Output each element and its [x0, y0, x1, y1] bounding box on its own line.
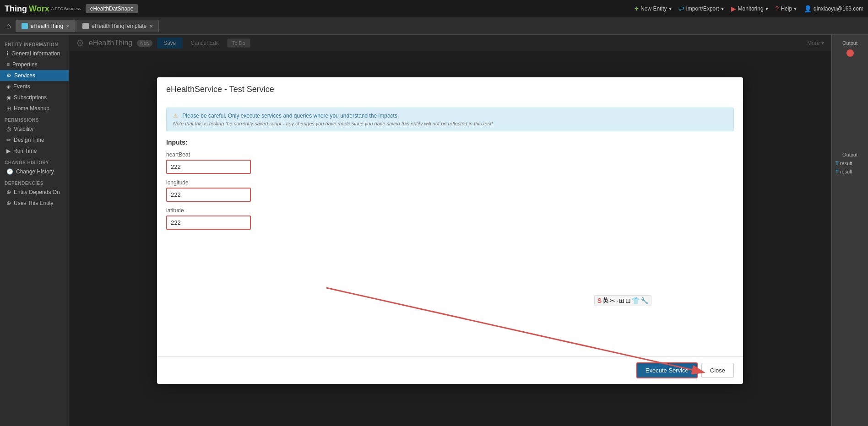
sidebar-item-uses-this-entity[interactable]: ⊕ Uses This Entity: [0, 198, 69, 209]
modal-footer: Execute Service Close: [157, 356, 743, 384]
sidebar-item-entity-depends-on[interactable]: ⊕ Entity Depends On: [0, 187, 69, 198]
modal-title: eHealthService - Test Service: [166, 85, 734, 94]
ime-scissors-icon: ✂: [610, 297, 615, 304]
help-action[interactable]: ? Help ▾: [776, 5, 797, 12]
import-export-icon: ⇄: [679, 5, 684, 12]
execute-service-button[interactable]: Execute Service: [636, 362, 698, 378]
warning-banner: ⚠ Please be careful. Only execute servic…: [166, 108, 734, 131]
home-mashup-icon: ⊞: [6, 105, 11, 112]
section-dependencies: Dependencies: [0, 177, 69, 187]
longitude-input[interactable]: [166, 188, 251, 202]
monitoring-action[interactable]: ▶ Monitoring ▾: [731, 5, 768, 12]
properties-icon: ≡: [6, 61, 10, 68]
test-service-modal: eHealthService - Test Service ⚠ Please b…: [157, 77, 743, 384]
sidebar-item-properties[interactable]: ≡ Properties: [0, 59, 69, 70]
sidebar-change-history-label: Change History: [16, 168, 54, 175]
warning-icon: ⚠: [173, 113, 178, 119]
import-export-label: Import/Export: [686, 5, 719, 12]
result-label-2: result: [840, 169, 852, 174]
ime-dot-icon: ·: [616, 297, 618, 304]
sidebar-item-home-mashup[interactable]: ⊞ Home Mashup: [0, 103, 69, 114]
tab-eHealthThingTemplate-label: eHealthThingTemplate: [92, 23, 146, 29]
modal-header: eHealthService - Test Service: [157, 77, 743, 100]
tab-eHealthThing-close[interactable]: ✕: [66, 24, 70, 29]
ime-toolbar: S 英 ✂ · ⊞ ⊡ 👕 🔧: [594, 295, 651, 306]
sidebar-properties-label: Properties: [12, 61, 38, 68]
import-export-action[interactable]: ⇄ Import/Export ▾: [679, 5, 724, 12]
warning-note: Note that this is testing the currently …: [173, 121, 727, 126]
sidebar-design-time-label: Design Time: [14, 137, 44, 143]
sidebar-run-time-label: Run Time: [13, 148, 37, 154]
tab-eHealthThingTemplate[interactable]: eHealthThingTemplate ✕: [76, 20, 159, 32]
longitude-label: longitude: [166, 179, 734, 186]
section-change-history: Change History: [0, 156, 69, 166]
right-panel-output-label: Output: [834, 38, 866, 48]
sidebar-home-mashup-label: Home Mashup: [14, 105, 49, 112]
sidebar-uses-this-entity-label: Uses This Entity: [14, 200, 53, 206]
thing-tab-icon: [22, 23, 28, 29]
sidebar-visibility-label: Visibility: [14, 126, 33, 132]
latitude-group: latitude: [166, 207, 734, 230]
longitude-group: longitude: [166, 179, 734, 202]
entity-badge: eHealthDatShape: [86, 4, 138, 13]
sidebar-events-label: Events: [13, 83, 30, 90]
subscriptions-icon: ◉: [6, 94, 11, 101]
heartbeat-input[interactable]: [166, 160, 251, 174]
services-icon: ⚙: [6, 72, 11, 79]
user-label: qinxiaoyu@163.com: [814, 5, 863, 12]
sidebar-item-general-info[interactable]: ℹ General Information: [0, 48, 69, 59]
new-entity-arrow: ▾: [669, 5, 672, 12]
logo-ptc: A PTC Business: [51, 6, 81, 11]
entity-depends-on-icon: ⊕: [6, 189, 11, 195]
ime-shirt-icon: 👕: [632, 297, 640, 304]
sidebar-item-visibility[interactable]: ◎ Visibility: [0, 124, 69, 135]
latitude-label: latitude: [166, 207, 734, 214]
sidebar-item-services[interactable]: ⚙ Services: [0, 70, 69, 81]
plus-icon: +: [635, 5, 639, 13]
ime-s-icon: S: [597, 297, 602, 304]
monitoring-icon: ▶: [731, 5, 736, 12]
events-icon: ◈: [6, 83, 11, 90]
sidebar-item-events[interactable]: ◈ Events: [0, 81, 69, 92]
tab-eHealthThingTemplate-close[interactable]: ✕: [149, 24, 153, 29]
uses-this-entity-icon: ⊕: [6, 200, 11, 206]
help-arrow: ▾: [794, 5, 797, 12]
right-panel-result-2: T result: [834, 167, 866, 176]
sidebar-services-label: Services: [14, 72, 35, 79]
monitoring-arrow: ▾: [765, 5, 768, 12]
user-icon: 👤: [804, 5, 812, 12]
home-tab[interactable]: ⌂: [2, 22, 16, 30]
latitude-input[interactable]: [166, 216, 251, 230]
sidebar-item-change-history[interactable]: 🕐 Change History: [0, 166, 69, 177]
help-label: Help: [781, 5, 792, 12]
user-action[interactable]: 👤 qinxiaoyu@163.com: [804, 5, 863, 12]
tab-eHealthThing-label: eHealthThing: [31, 23, 63, 29]
sidebar-item-design-time[interactable]: ✏ Design Time: [0, 135, 69, 146]
section-permissions: Permissions: [0, 114, 69, 124]
sidebar-subscriptions-label: Subscriptions: [14, 94, 47, 101]
sidebar-item-run-time[interactable]: ▶ Run Time: [0, 146, 69, 156]
sidebar-entity-depends-on-label: Entity Depends On: [14, 189, 60, 195]
sidebar-item-subscriptions[interactable]: ◉ Subscriptions: [0, 92, 69, 103]
ime-wrench-icon: 🔧: [640, 297, 648, 304]
output-indicator: [846, 49, 854, 57]
content-area: ⚙ eHealthThing New Save Cancel Edit To D…: [69, 35, 831, 426]
ime-grid-icon: ⊞: [619, 297, 624, 304]
result-icon-1: T: [835, 161, 839, 166]
main-area: Entity Information ℹ General Information…: [0, 35, 868, 426]
help-icon: ?: [776, 5, 779, 12]
sidebar: Entity Information ℹ General Information…: [0, 35, 69, 426]
result-label-1: result: [840, 161, 852, 166]
new-entity-action[interactable]: + New Entity ▾: [635, 5, 672, 13]
tab-eHealthThing[interactable]: eHealthThing ✕: [16, 20, 76, 32]
result-icon-2: T: [835, 169, 839, 174]
ime-en-icon: 英: [602, 297, 609, 305]
ime-grid2-icon: ⊡: [625, 297, 631, 304]
visibility-icon: ◎: [6, 126, 11, 132]
heartbeat-label: heartBeat: [166, 151, 734, 158]
right-panel-output-label-2: Output: [834, 150, 866, 159]
import-export-arrow: ▾: [721, 5, 724, 12]
monitoring-label: Monitoring: [738, 5, 764, 12]
close-modal-button[interactable]: Close: [701, 363, 734, 378]
warning-text: Please be careful. Only execute services…: [182, 113, 399, 119]
